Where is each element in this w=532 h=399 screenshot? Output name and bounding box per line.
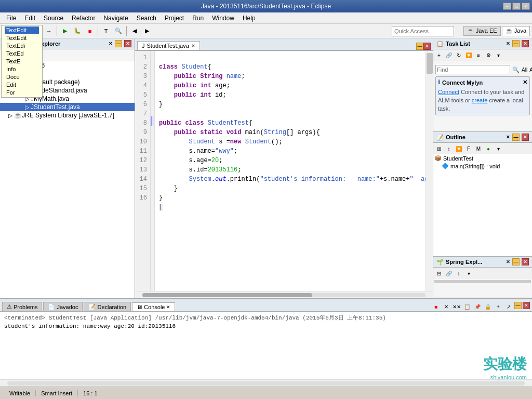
tooltip-item-4[interactable]: TextEd: [5, 50, 39, 57]
back-button[interactable]: ◀: [129, 25, 140, 37]
console-new-btn[interactable]: +: [494, 302, 503, 311]
console-close[interactable]: ✕: [523, 302, 530, 309]
bottom-tab-console[interactable]: 🖥 Console ✕: [132, 302, 175, 311]
console-paste-btn[interactable]: 📌: [473, 302, 482, 311]
task-new-btn[interactable]: +: [434, 50, 444, 60]
outline-item-studenttest[interactable]: 📦 StudentTest: [433, 154, 532, 162]
spring-minimize[interactable]: —: [512, 258, 520, 265]
run-button[interactable]: ▶: [59, 25, 71, 37]
editor-minimize[interactable]: —: [416, 43, 423, 50]
task-list-tab-x[interactable]: ✕: [506, 41, 510, 46]
menu-navigate[interactable]: Navigate: [99, 14, 132, 23]
explorer-minimize[interactable]: —: [115, 40, 122, 47]
tooltip-item-5[interactable]: TextE: [5, 58, 39, 65]
code-editor[interactable]: class Student{ public String name; publi…: [155, 51, 425, 291]
task-sync-btn[interactable]: ↻: [454, 50, 463, 60]
menu-source[interactable]: Source: [39, 14, 68, 23]
menu-refactor[interactable]: Refactor: [68, 14, 99, 23]
toolbar-separator-2: [57, 26, 57, 36]
console-scroll-lock-btn[interactable]: 🔒: [483, 302, 493, 311]
tree-file-studenttest[interactable]: ▷ J StudentTest.java: [0, 103, 135, 111]
task-acti-label[interactable]: Acti...: [529, 67, 532, 73]
outline-tab-x[interactable]: ✕: [506, 135, 510, 140]
editor-close[interactable]: ✕: [423, 43, 431, 50]
outline-fields-btn[interactable]: F: [464, 144, 473, 153]
console-open-btn[interactable]: ↗: [504, 302, 513, 311]
menu-file[interactable]: File: [2, 14, 20, 23]
task-group-btn[interactable]: ≡: [474, 50, 483, 60]
editor-tab-studenttest[interactable]: J StudentTest.java ✕: [137, 41, 200, 50]
next-edit-button[interactable]: →: [43, 25, 55, 37]
task-list-close[interactable]: ✕: [522, 40, 529, 47]
editor-scrollbar-v[interactable]: [425, 51, 433, 291]
menu-window[interactable]: Window: [208, 14, 238, 23]
center-panel: J StudentTest.java ✕ — ✕ 123456789101112…: [135, 38, 433, 298]
editor-scrollbar-h[interactable]: [135, 291, 433, 298]
tree-jre[interactable]: ▷ ☕ JRE System Library [JavaSE-1.7]: [0, 111, 135, 119]
bottom-scrollbar-h[interactable]: [0, 379, 532, 387]
mylyn-create-link[interactable]: create: [472, 97, 488, 103]
forward-button[interactable]: ▶: [141, 25, 153, 37]
menu-project[interactable]: Project: [161, 14, 188, 23]
maximize-button[interactable]: □: [512, 3, 521, 10]
debug-button[interactable]: 🐛: [72, 25, 83, 37]
menu-run[interactable]: Run: [188, 14, 208, 23]
console-minimize[interactable]: —: [514, 302, 522, 309]
task-all-label[interactable]: All: [522, 67, 527, 73]
console-remove2-btn[interactable]: ✕✕: [452, 302, 461, 311]
spring-sort-btn[interactable]: ↕: [454, 269, 463, 278]
declaration-icon: 📝: [88, 303, 96, 310]
spring-collapse-btn[interactable]: ⊟: [434, 269, 444, 278]
bottom-tab-declaration[interactable]: 📝 Declaration: [84, 302, 131, 311]
menu-search[interactable]: Search: [132, 14, 161, 23]
outline-menu-btn[interactable]: ▾: [494, 144, 503, 153]
tooltip-item-6[interactable]: Info: [5, 65, 39, 73]
menu-help[interactable]: Help: [238, 14, 260, 23]
task-filter-btn[interactable]: 🔽: [464, 50, 473, 60]
outline-filter-btn[interactable]: 🔽: [454, 144, 463, 153]
toolbar-separator-3: [98, 26, 98, 36]
outline-item-main[interactable]: 🔷 main(String[]) : void: [433, 162, 532, 170]
spring-menu-btn[interactable]: ▾: [464, 269, 473, 278]
bottom-tab-problems[interactable]: ⚠ Problems: [2, 302, 42, 311]
outline-minimize[interactable]: —: [512, 134, 520, 141]
tooltip-item-2[interactable]: TextEdit: [5, 34, 39, 42]
task-menu-btn[interactable]: ▾: [494, 50, 503, 60]
stop-button[interactable]: ■: [84, 25, 96, 37]
task-settings-btn[interactable]: ⚙: [484, 50, 493, 60]
console-copy-btn[interactable]: 📋: [462, 302, 472, 311]
quick-access-input[interactable]: [392, 26, 454, 36]
outline-green-btn[interactable]: ●: [484, 144, 493, 153]
spring-link-btn[interactable]: 🔗: [444, 269, 454, 278]
spring-tab-x[interactable]: ✕: [506, 259, 510, 264]
java-perspective[interactable]: ☕ Java: [502, 26, 530, 36]
tooltip-item-9[interactable]: For: [5, 89, 39, 96]
bottom-tab-javadoc[interactable]: 📄 Javadoc: [43, 302, 83, 311]
tooltip-item-7[interactable]: Docu: [5, 73, 39, 81]
mylyn-expand-icon[interactable]: ✕: [523, 79, 527, 86]
console-remove-btn[interactable]: ✕: [442, 302, 451, 311]
task-repo-btn[interactable]: 🔗: [444, 50, 454, 60]
task-find-input[interactable]: [435, 65, 510, 74]
mylyn-connect-link[interactable]: Connect: [438, 89, 459, 95]
outline-hide-btn[interactable]: ⊞: [434, 144, 444, 153]
outline-sort-btn[interactable]: ↕: [444, 144, 454, 153]
tooltip-item-8[interactable]: Edit: [5, 81, 39, 88]
close-button[interactable]: ×: [522, 3, 530, 10]
editor-tab-close[interactable]: ✕: [191, 43, 195, 48]
minimize-button[interactable]: −: [503, 3, 511, 10]
java-ee-perspective[interactable]: ☕ Java EE: [463, 26, 501, 36]
open-resource-button[interactable]: 🔍: [113, 25, 124, 37]
spring-close[interactable]: ✕: [522, 258, 529, 265]
tooltip-item-3[interactable]: TextEdi: [5, 42, 39, 49]
explorer-close[interactable]: ✕: [124, 40, 131, 47]
outline-close[interactable]: ✕: [522, 134, 529, 141]
open-type-button[interactable]: T: [100, 25, 112, 37]
task-list-minimize[interactable]: —: [512, 40, 520, 47]
tooltip-item-1[interactable]: TextEdit: [5, 26, 39, 34]
explorer-tab-x[interactable]: ✕: [109, 41, 113, 46]
console-stop-btn[interactable]: ■: [431, 302, 441, 311]
outline-methods-btn[interactable]: M: [474, 144, 483, 153]
menu-edit[interactable]: Edit: [20, 14, 39, 23]
console-tab-close[interactable]: ✕: [166, 304, 170, 310]
